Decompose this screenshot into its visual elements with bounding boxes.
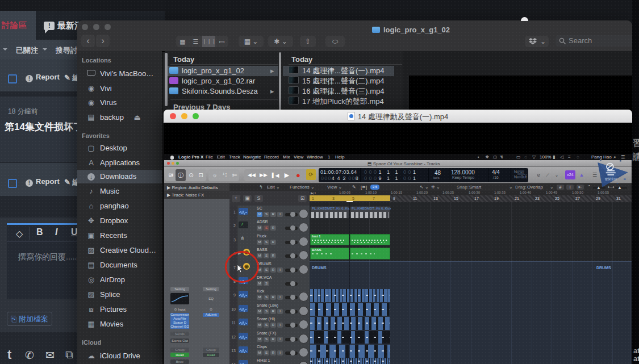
svg-text:愛樂音頻: 愛樂音頻	[605, 177, 617, 181]
